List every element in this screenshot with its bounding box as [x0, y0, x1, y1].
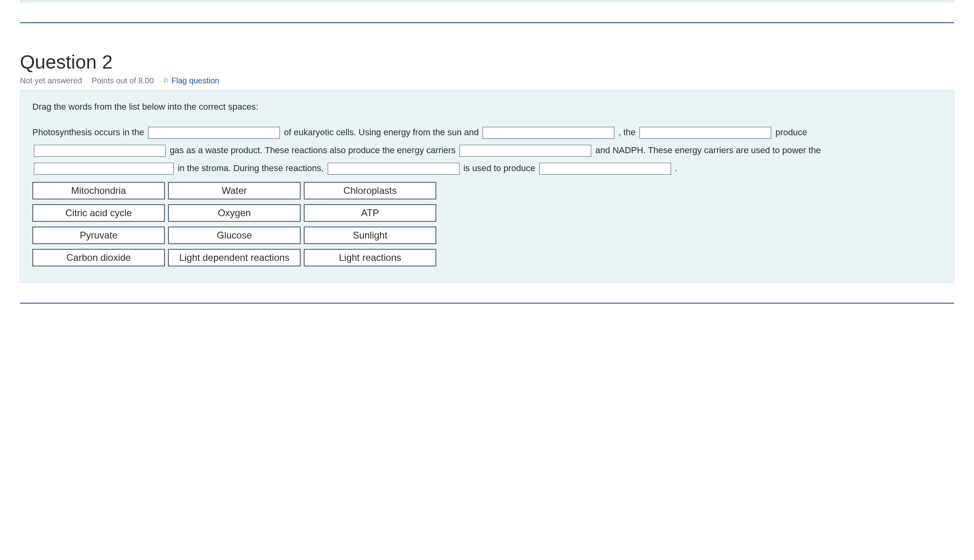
text-segment-1: Photosynthesis occurs in the — [32, 127, 146, 137]
flag-question-link[interactable]: ⚐ Flag question — [163, 76, 219, 85]
drop-zone-6[interactable] — [34, 163, 174, 175]
drag-item-mitochondria[interactable]: Mitochondria — [32, 182, 165, 199]
drag-item-light-reactions[interactable]: Light reactions — [304, 249, 436, 266]
question-title: Question 2 — [20, 51, 954, 73]
drag-item-pyruvate[interactable]: Pyruvate — [32, 227, 165, 244]
drop-zone-8[interactable] — [539, 163, 671, 175]
drag-item-chloroplasts[interactable]: Chloroplasts — [304, 182, 436, 199]
text-segment-5: gas as a waste product. These reactions … — [170, 145, 458, 155]
drag-item-carbon-dioxide[interactable]: Carbon dioxide — [32, 249, 165, 266]
drag-item-sunlight[interactable]: Sunlight — [304, 227, 436, 244]
previous-question-box-sliver — [20, 0, 954, 2]
drop-zone-1[interactable] — [148, 127, 280, 139]
drop-zone-4[interactable] — [34, 145, 166, 157]
question-instructions: Drag the words from the list below into … — [32, 102, 942, 112]
text-segment-6: and NADPH. These energy carriers are use… — [596, 145, 821, 155]
drag-item-citric-acid-cycle[interactable]: Citric acid cycle — [32, 204, 165, 222]
drop-zone-7[interactable] — [328, 163, 459, 175]
flag-icon: ⚐ — [163, 77, 169, 85]
text-segment-3: , the — [618, 127, 638, 137]
drop-zone-3[interactable] — [639, 127, 771, 139]
question-header: Question 2 Not yet answered Points out o… — [20, 51, 954, 85]
divider-top — [20, 22, 954, 23]
drag-item-light-dependent-reactions[interactable]: Light dependent reactions — [168, 249, 301, 266]
question-body: Drag the words from the list below into … — [20, 90, 954, 283]
drag-item-atp[interactable]: ATP — [304, 204, 436, 222]
question-points: Points out of 8.00 — [92, 76, 154, 85]
question-meta: Not yet answered Points out of 8.00 ⚐ Fl… — [20, 76, 954, 85]
divider-bottom — [20, 303, 954, 304]
text-segment-8: is used to produce — [463, 163, 538, 173]
drop-zone-2[interactable] — [483, 127, 614, 139]
question-status: Not yet answered — [20, 76, 82, 85]
flag-question-label: Flag question — [171, 76, 219, 85]
text-segment-4: produce — [775, 127, 807, 137]
drag-options-grid: Mitochondria Water Chloroplasts Citric a… — [32, 182, 942, 266]
drag-item-oxygen[interactable]: Oxygen — [168, 204, 301, 222]
text-segment-9: . — [675, 163, 677, 173]
text-segment-2: of eukaryotic cells. Using energy from t… — [284, 127, 481, 137]
drop-zone-5[interactable] — [459, 145, 591, 157]
fill-paragraph: Photosynthesis occurs in the of eukaryot… — [32, 123, 942, 177]
drag-item-water[interactable]: Water — [168, 182, 301, 199]
drag-item-glucose[interactable]: Glucose — [168, 227, 301, 244]
text-segment-7: in the stroma. During these reactions, — [178, 163, 326, 173]
